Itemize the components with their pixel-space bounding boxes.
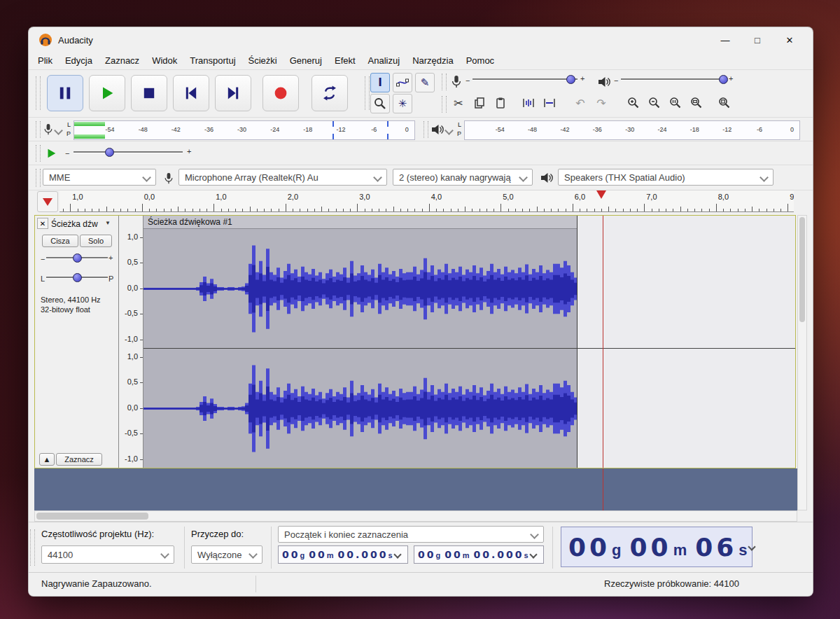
project-rate-select[interactable]: 44100 (41, 545, 174, 564)
recording-meter-toolbar[interactable]: L P -54-48-42-36-30-24-18-12-60 (34, 118, 419, 141)
time-digits[interactable]: 00 (309, 549, 326, 560)
playback-meter-toolbar[interactable]: L P -54-48-42-36-30-24-18-12-60 (422, 118, 804, 141)
copy-button[interactable] (470, 93, 489, 113)
menu-item-5[interactable]: Transportuj (183, 53, 241, 69)
collapse-track-button[interactable]: ▲ (39, 453, 55, 466)
toolbar-grip[interactable] (365, 76, 370, 111)
zoom-tool-button[interactable] (370, 94, 390, 113)
chevron-down-icon[interactable] (54, 126, 63, 135)
recording-playhead-marker[interactable] (596, 190, 606, 199)
loop-button[interactable] (312, 75, 348, 111)
stop-button[interactable] (131, 75, 167, 111)
selection-tool-button[interactable]: I (370, 73, 390, 92)
maximize-button[interactable]: □ (741, 27, 774, 53)
play-at-speed-button[interactable] (41, 144, 61, 163)
slider-thumb[interactable] (73, 253, 82, 263)
toolbar-grip[interactable] (442, 74, 447, 90)
track-menu-dropdown-icon[interactable]: ▼ (105, 220, 111, 226)
envelope-tool-button[interactable] (393, 73, 412, 92)
slider-thumb[interactable] (73, 273, 82, 282)
chevron-down-icon[interactable] (748, 543, 755, 550)
recording-volume-slider[interactable] (472, 72, 578, 86)
toolbar-grip[interactable] (36, 121, 41, 138)
chevron-down-icon[interactable] (529, 550, 537, 558)
menu-item-8[interactable]: Efekt (328, 53, 362, 69)
trim-audio-button[interactable] (519, 93, 538, 113)
vertical-scrollbar-thumb[interactable] (799, 217, 805, 322)
fit-project-button[interactable] (687, 93, 706, 113)
toolbar-grip[interactable] (36, 76, 41, 111)
play-speed-slider[interactable] (74, 145, 183, 159)
zoom-out-button[interactable] (645, 93, 664, 113)
toolbar-grip[interactable] (442, 96, 447, 113)
draw-tool-button[interactable]: ✎ (415, 73, 435, 92)
mute-button[interactable]: Cisza (42, 235, 78, 247)
menu-item-3[interactable]: Zaznacz (99, 53, 146, 69)
time-digits[interactable]: 00 (630, 533, 672, 562)
menu-item-7[interactable]: Generuj (284, 53, 328, 69)
slider-thumb[interactable] (719, 75, 728, 84)
gain-slider[interactable] (46, 251, 108, 265)
slider-thumb[interactable] (105, 148, 114, 157)
toolbar-grip[interactable] (36, 145, 41, 162)
record-button[interactable] (262, 75, 299, 111)
toolbar-grip[interactable] (36, 169, 41, 187)
time-digits[interactable]: 00 (568, 533, 610, 562)
menu-item-2[interactable]: Edycja (59, 53, 99, 69)
slider-thumb[interactable] (566, 75, 575, 84)
vertical-ruler[interactable]: 1,00,50,0-0,5-1,01,00,50,0-0,5-1,0 (119, 216, 144, 468)
solo-button[interactable]: Solo (80, 235, 112, 247)
time-digits[interactable]: 00.000 (473, 549, 524, 560)
audio-clip[interactable]: Ścieżka dźwiękowa #1 (144, 216, 578, 468)
snap-to-select[interactable]: Wyłączone (191, 545, 262, 564)
playback-volume-slider[interactable] (621, 72, 726, 86)
selection-start-time[interactable]: 00g00m00.000s (278, 545, 408, 564)
chevron-down-icon[interactable] (444, 126, 454, 135)
toolbar-grip[interactable] (30, 529, 35, 566)
pan-slider[interactable] (46, 270, 108, 284)
silence-audio-button[interactable] (540, 93, 559, 113)
minimize-button[interactable]: — (709, 27, 741, 53)
horizontal-scrollbar-thumb[interactable] (36, 513, 148, 520)
time-digits[interactable]: 00.000 (337, 549, 388, 560)
paste-button[interactable] (491, 93, 510, 113)
titlebar[interactable]: Audacity — □ ✕ (29, 27, 813, 53)
menu-item-6[interactable]: Ścieżki (242, 53, 284, 69)
close-button[interactable]: ✕ (774, 27, 806, 53)
close-track-button[interactable]: ✕ (37, 218, 48, 229)
multi-tool-button[interactable]: ✳ (393, 94, 412, 113)
menu-item-4[interactable]: Widok (146, 53, 183, 69)
time-digits[interactable]: 00 (418, 549, 435, 560)
playback-device-select[interactable]: Speakers (THX Spatial Audio) (558, 169, 774, 186)
zoom-in-button[interactable] (624, 93, 643, 113)
chevron-down-icon[interactable] (393, 550, 401, 558)
skip-to-start-button[interactable] (173, 75, 209, 111)
recording-time-display[interactable]: 00g00m06s (561, 527, 752, 567)
cut-button[interactable]: ✂ (449, 93, 468, 113)
selection-end-time[interactable]: 00g00m00.000s (414, 545, 544, 564)
timeline-ruler[interactable]: 1,00,01,02,03,04,05,06,07,08,09,0 (59, 190, 794, 212)
recording-channels-select[interactable]: 2 (stereo) kanały nagrywają (393, 169, 533, 186)
menu-item-10[interactable]: Narzędzia (406, 53, 460, 69)
menu-item-11[interactable]: Pomoc (460, 53, 500, 69)
time-digits[interactable]: 00 (282, 549, 300, 560)
playback-meter-bars[interactable]: -54-48-42-36-30-24-18-12-60 (464, 120, 800, 140)
undo-button[interactable]: ↶ (570, 93, 590, 113)
menu-item-9[interactable]: Analizuj (362, 53, 407, 69)
menu-item-1[interactable]: Plik (31, 53, 59, 69)
toolbar-grip[interactable] (424, 121, 428, 138)
recording-device-select[interactable]: Microphone Array (Realtek(R) Au (178, 169, 387, 186)
recording-meter-bars[interactable]: -54-48-42-36-30-24-18-12-60 (74, 120, 415, 140)
track-name[interactable]: Ścieżka dźw (51, 219, 98, 229)
select-track-button[interactable]: Zaznacz (56, 453, 102, 466)
skip-to-end-button[interactable] (215, 75, 251, 111)
vertical-scrollbar[interactable] (797, 215, 807, 510)
audio-host-select[interactable]: MME (43, 169, 156, 186)
waveform-right-channel[interactable] (144, 349, 578, 468)
zoom-to-selection-button[interactable] (666, 93, 685, 113)
time-digits[interactable]: 06 (695, 533, 737, 562)
redo-button[interactable]: ↷ (592, 93, 611, 113)
horizontal-scrollbar[interactable] (34, 510, 797, 522)
zoom-toggle-button[interactable] (715, 93, 734, 113)
time-digits[interactable]: 00 (444, 549, 462, 560)
